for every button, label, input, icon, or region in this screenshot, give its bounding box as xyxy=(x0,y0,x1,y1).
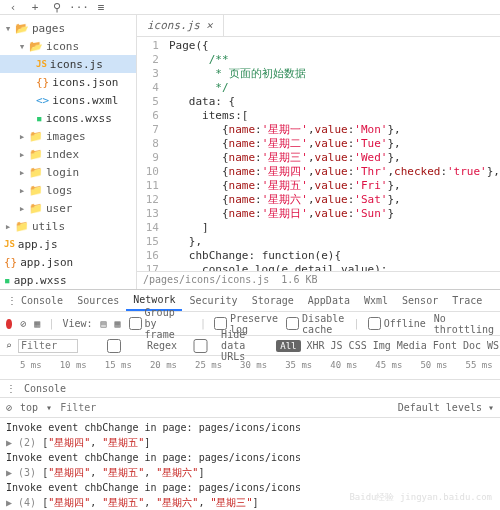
file-icons-js[interactable]: JS icons.js xyxy=(0,55,136,73)
filter-img[interactable]: Img xyxy=(373,340,391,351)
top-toolbar: ‹ + ⚲ ··· ≡ xyxy=(0,0,500,15)
devtools-tabs: ⋮ Console Sources Network Security Stora… xyxy=(0,290,500,312)
disable-checkbox[interactable]: Disable cache xyxy=(286,313,346,335)
filter-css[interactable]: CSS xyxy=(349,340,367,351)
tab-sensor[interactable]: Sensor xyxy=(395,290,445,311)
plus-icon[interactable]: + xyxy=(28,0,42,14)
console-filter-input[interactable] xyxy=(60,402,390,413)
view-large-icon[interactable]: ▤ xyxy=(101,318,107,329)
levels-select[interactable]: Default levels ▾ xyxy=(398,402,494,413)
context-select[interactable]: top xyxy=(20,402,38,413)
log-line: Invoke event chbChange in page: pages/ic… xyxy=(6,450,494,465)
back-icon[interactable]: ‹ xyxy=(6,0,20,14)
file-app-json[interactable]: {} app.json xyxy=(0,253,136,271)
view-small-icon[interactable]: ▦ xyxy=(115,318,121,329)
tab-storage[interactable]: Storage xyxy=(245,290,301,311)
tab-trace[interactable]: Trace xyxy=(445,290,489,311)
folder-images[interactable]: ▸📁 images xyxy=(0,127,136,145)
folder-icons[interactable]: ▾📂 icons xyxy=(0,37,136,55)
tab-sources[interactable]: Sources xyxy=(70,290,126,311)
log-array[interactable]: ▶ (2) ["星期四", "星期五"] xyxy=(6,435,494,450)
watermark: Baidu经验 jingyan.baidu.com xyxy=(349,491,492,504)
log-array[interactable]: ▶ (3) ["星期四", "星期五", "星期六"] xyxy=(6,465,494,480)
offline-checkbox[interactable]: Offline xyxy=(368,317,426,330)
tab-wxml[interactable]: Wxml xyxy=(357,290,395,311)
file-icons-wxss[interactable]: ▪ icons.wxss xyxy=(0,109,136,127)
breadcrumb: /pages/icons/icons.js1.6 KB xyxy=(137,271,500,289)
tab-console[interactable]: Console xyxy=(14,290,70,311)
folder-utils[interactable]: ▸📁 utils xyxy=(0,217,136,235)
throttling-select[interactable]: No throttling xyxy=(434,313,494,335)
folder-index[interactable]: ▸📁 index xyxy=(0,145,136,163)
filter-media[interactable]: Media xyxy=(397,340,427,351)
network-filter: ⌕ Regex Hide data URLs All XHR JS CSS Im… xyxy=(0,336,500,356)
more-icon[interactable]: ··· xyxy=(72,0,86,14)
filter-font[interactable]: Font xyxy=(433,340,457,351)
close-icon[interactable]: × xyxy=(206,19,213,32)
filter-js[interactable]: JS xyxy=(331,340,343,351)
clear-icon[interactable]: ⊘ xyxy=(20,318,26,329)
folder-pages[interactable]: ▾📂 pages xyxy=(0,19,136,37)
timeline: 5 ms10 ms15 ms20 ms25 ms30 ms35 ms40 ms4… xyxy=(0,356,500,380)
file-icons-wxml[interactable]: <> icons.wxml xyxy=(0,91,136,109)
capture-icon[interactable]: ▦ xyxy=(34,318,40,329)
filter-all[interactable]: All xyxy=(276,340,300,352)
folder-logs[interactable]: ▸📁 logs xyxy=(0,181,136,199)
filter-xhr[interactable]: XHR xyxy=(307,340,325,351)
file-tree: ▾📂 pages ▾📂 icons JS icons.js {} icons.j… xyxy=(0,15,137,289)
regex-checkbox[interactable]: Regex xyxy=(84,339,177,353)
folder-user[interactable]: ▸📁 user xyxy=(0,199,136,217)
drawer-icon[interactable]: ⋮ xyxy=(0,290,14,311)
code-source[interactable]: Page({ /** * 页面的初始数据 */ data: { items:[ … xyxy=(165,37,500,271)
view-label: View: xyxy=(62,318,92,329)
file-app-wxss[interactable]: ▪ app.wxss xyxy=(0,271,136,289)
folder-login[interactable]: ▸📁 login xyxy=(0,163,136,181)
clear-console-icon[interactable]: ⊘ xyxy=(6,402,12,413)
console-toolbar: ⊘ top▾ Default levels ▾ xyxy=(0,398,500,418)
record-icon[interactable] xyxy=(6,319,12,329)
filter-ws[interactable]: WS xyxy=(487,340,499,351)
filter-icon[interactable]: ⌕ xyxy=(6,340,12,351)
log-line: Invoke event chbChange in page: pages/ic… xyxy=(6,420,494,435)
console-drawer-header: ⋮Console xyxy=(0,380,500,398)
file-app-js[interactable]: JS app.js xyxy=(0,235,136,253)
tab-appdata[interactable]: AppData xyxy=(301,290,357,311)
line-gutter: 12345678910111213141516171819 xyxy=(137,37,165,271)
filter-doc[interactable]: Doc xyxy=(463,340,481,351)
search-icon[interactable]: ⚲ xyxy=(50,0,64,14)
editor-tabs: icons.js× xyxy=(137,15,500,37)
filter-input[interactable] xyxy=(18,339,78,353)
menu-icon[interactable]: ≡ xyxy=(94,0,108,14)
tab-icons-js[interactable]: icons.js× xyxy=(137,15,224,36)
file-icons-json[interactable]: {} icons.json xyxy=(0,73,136,91)
